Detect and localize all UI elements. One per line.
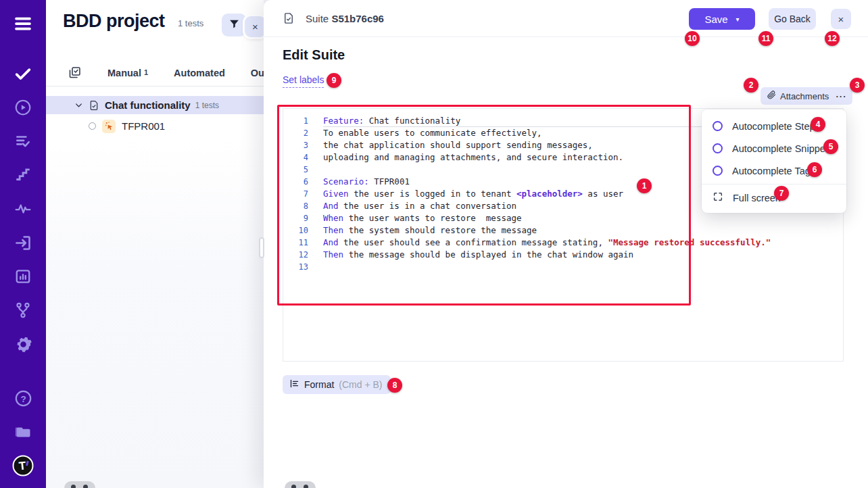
filter-tabs: Manual 1 Automated Out of sync	[46, 59, 264, 87]
annotation-badge-7: 7	[774, 186, 789, 201]
projects-folder-icon[interactable]	[0, 415, 46, 449]
line-number: 6	[283, 176, 323, 188]
set-labels-link[interactable]: Set labels	[283, 74, 324, 88]
annotation-badge-8: 8	[387, 378, 402, 393]
settings-gear-icon[interactable]	[0, 327, 46, 361]
svg-text:?: ?	[20, 393, 26, 404]
hidden-widget-left[interactable]	[64, 481, 95, 488]
run-play-icon[interactable]	[0, 91, 46, 124]
attachments-button[interactable]: Attachments	[761, 87, 837, 105]
test-plans-icon[interactable]	[0, 124, 46, 158]
steps-stairs-icon[interactable]	[0, 158, 46, 192]
line-number: 8	[283, 200, 323, 212]
help-icon[interactable]: ?	[0, 381, 46, 415]
tab-automated[interactable]: Automated	[174, 68, 225, 78]
line-number: 9	[283, 212, 323, 224]
test-tree-row[interactable]: TFPR001	[46, 117, 264, 135]
menu-icon[interactable]	[0, 7, 46, 41]
annotation-badge-12: 12	[825, 31, 840, 46]
suite-label: Chat functionality	[105, 99, 191, 111]
chevron-down-icon[interactable]	[74, 101, 83, 109]
radio-icon[interactable]	[713, 121, 723, 131]
radio-icon[interactable]	[713, 166, 723, 176]
suite-tests-count: 1 tests	[195, 101, 219, 110]
panel-close-button[interactable]: ×	[245, 16, 264, 37]
project-tests-count: 1 tests	[178, 18, 203, 28]
test-label: TFPR001	[122, 120, 165, 132]
editor-line: 13	[283, 261, 843, 273]
branch-icon[interactable]	[0, 293, 46, 327]
annotation-badge-3: 3	[850, 78, 865, 93]
test-magic-cursor-icon	[102, 120, 116, 133]
editor-line: 11And the user should see a confirmation…	[283, 237, 843, 249]
filter-funnel-icon	[228, 18, 240, 32]
paperclip-icon	[767, 91, 776, 101]
fullscreen-icon	[713, 191, 723, 204]
line-number: 5	[283, 164, 323, 176]
annotation-badge-2: 2	[744, 78, 758, 93]
test-status-circle[interactable]	[89, 122, 96, 130]
line-number: 1	[283, 115, 323, 127]
drawer-close-button[interactable]: ×	[831, 9, 851, 29]
save-button[interactable]: Save ▾	[689, 8, 755, 30]
filter-button[interactable]	[222, 14, 246, 36]
editor-line: 10Then the system should restore the mes…	[283, 224, 843, 237]
tests-check-icon[interactable]	[0, 57, 46, 91]
pulse-icon[interactable]	[0, 192, 46, 226]
edit-suite-drawer: Suite S51b76c96 Save ▾ Go Back × Edit Su…	[264, 0, 868, 488]
annotation-badge-6: 6	[807, 162, 822, 177]
annotation-badge-1: 1	[637, 178, 652, 193]
tab-out-of-sync[interactable]: Out of sync	[251, 68, 264, 78]
line-number: 11	[283, 237, 323, 249]
reports-chart-icon[interactable]	[0, 260, 46, 293]
annotation-badge-11: 11	[758, 31, 773, 46]
menu-separator	[702, 184, 846, 185]
line-number: 4	[283, 151, 323, 164]
go-back-button[interactable]: Go Back	[769, 8, 816, 30]
line-number: 3	[283, 139, 323, 151]
suite-tree-row[interactable]: Chat functionality 1 tests	[46, 96, 264, 114]
line-number: 13	[283, 261, 323, 273]
drawer-header: Suite S51b76c96 Save ▾ Go Back ×	[264, 0, 868, 37]
app-logo[interactable]: T	[0, 449, 46, 483]
annotation-badge-10: 10	[685, 31, 700, 46]
menu-item-autocomplete-tags[interactable]: Autocomplete Tags	[702, 160, 846, 182]
copy-check-icon[interactable]	[68, 66, 82, 80]
project-panel: BDD project 1 tests × Manual 1 Automated…	[46, 0, 264, 488]
line-number: 7	[283, 188, 323, 200]
drawer-breadcrumb: Suite S51b76c96	[306, 13, 384, 24]
annotation-badge-5: 5	[823, 139, 838, 154]
project-title: BDD project	[63, 11, 165, 32]
suite-id: S51b76c96	[331, 13, 384, 24]
close-icon: ×	[252, 21, 258, 32]
icon-rail: ? T	[0, 0, 46, 488]
import-icon[interactable]	[0, 226, 46, 260]
annotation-badge-4: 4	[811, 117, 825, 132]
save-caret-icon[interactable]: ▾	[736, 16, 740, 23]
format-shortcut: (Cmd + B)	[339, 379, 382, 390]
hidden-widget-right[interactable]	[285, 481, 316, 488]
panel-resize-handle[interactable]	[259, 237, 264, 258]
radio-icon[interactable]	[713, 143, 723, 153]
tab-manual-count: 1	[144, 68, 148, 76]
editor-line: 9When the user wants to restore message	[283, 212, 843, 224]
page-title: Edit Suite	[283, 47, 345, 63]
line-number: 10	[283, 224, 323, 237]
editor-line: 12Then the message should be displayed i…	[283, 249, 843, 261]
annotation-badge-9: 9	[327, 73, 341, 88]
suite-doc-icon	[89, 100, 99, 111]
suite-doc-icon	[283, 12, 295, 24]
line-number: 12	[283, 249, 323, 261]
indent-icon	[289, 379, 299, 391]
line-number: 2	[283, 127, 323, 139]
format-button[interactable]: Format (Cmd + B)	[283, 375, 391, 394]
tab-manual[interactable]: Manual 1	[107, 68, 148, 78]
more-options-button[interactable]: ···	[830, 87, 852, 105]
